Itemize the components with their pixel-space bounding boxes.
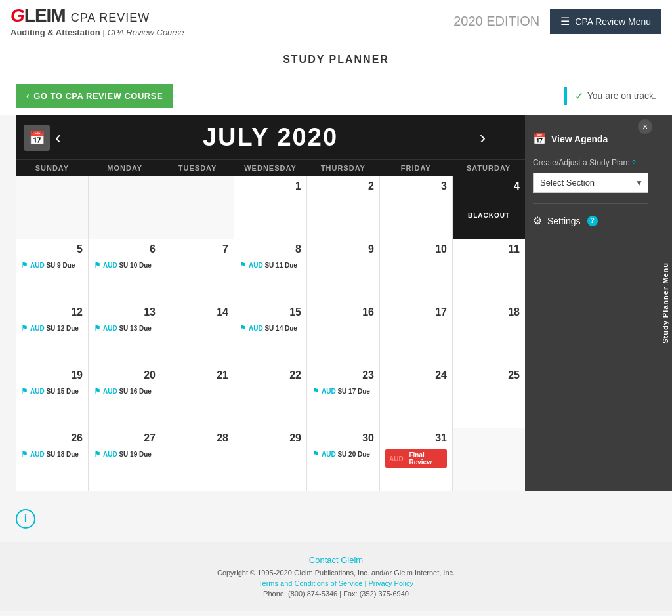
table-row[interactable]: 8⚑AUD SU 11 Due: [234, 239, 306, 302]
study-planner-tab[interactable]: Study Planner Menu: [656, 115, 672, 491]
next-month-button[interactable]: ›: [480, 127, 486, 148]
table-row[interactable]: 25: [453, 365, 525, 428]
aud-label: AUD: [30, 388, 45, 395]
check-icon: ✓: [575, 90, 583, 102]
list-item[interactable]: AUD Final Review: [385, 449, 447, 468]
list-item[interactable]: ⚑AUD SU 9 Due: [21, 260, 83, 270]
settings-help-icon[interactable]: ?: [587, 216, 598, 226]
table-row[interactable]: 9: [307, 239, 379, 302]
list-item[interactable]: ⚑AUD SU 16 Due: [94, 386, 156, 396]
select-section-dropdown[interactable]: Select Section: [533, 173, 648, 193]
date-number: 26: [21, 432, 83, 444]
course-subtitle: Auditing & Attestation | CPA Review Cour…: [10, 28, 184, 37]
calendar-image-icon: 📅: [24, 125, 50, 151]
aud-label: AUD: [30, 325, 45, 332]
date-number: 10: [385, 243, 447, 255]
task-label: AUD SU 13 Due: [103, 325, 152, 332]
list-item[interactable]: ⚑AUD SU 13 Due: [94, 323, 156, 333]
view-agenda-button[interactable]: 📅 View Agenda: [533, 133, 608, 145]
date-number: 11: [458, 243, 520, 255]
footer-phone: Phone: (800) 874-5346 | Fax: (352) 375-6…: [13, 590, 659, 598]
study-plan-label: Create/Adjust a Study Plan: ?: [533, 158, 648, 167]
actions-bar: ‹ GO TO CPA REVIEW COURSE ✓ You are on t…: [0, 76, 672, 115]
calendar-header: 📅 ‹ JULY 2020 ›: [16, 115, 525, 159]
table-row[interactable]: 22: [234, 365, 306, 428]
table-row[interactable]: [16, 176, 88, 239]
task-label: AUD SU 9 Due: [30, 262, 75, 269]
table-row[interactable]: 29: [234, 428, 306, 491]
date-number: 18: [458, 306, 520, 318]
date-number: 30: [312, 432, 374, 444]
table-row[interactable]: [89, 176, 161, 239]
table-row[interactable]: 5⚑AUD SU 9 Due: [16, 239, 88, 302]
list-item[interactable]: ⚑AUD SU 10 Due: [94, 260, 156, 270]
table-row[interactable]: 26⚑AUD SU 18 Due: [16, 428, 88, 491]
aud-label: AUD: [30, 451, 45, 458]
footer-contact[interactable]: Contact Gleim: [13, 555, 659, 565]
hamburger-icon: ☰: [560, 15, 570, 28]
prev-month-button[interactable]: ‹: [55, 127, 61, 148]
aud-label: AUD: [322, 451, 336, 458]
table-row[interactable]: 1: [234, 176, 306, 239]
list-item[interactable]: ⚑AUD SU 19 Due: [94, 449, 156, 459]
list-item[interactable]: ⚑AUD SU 11 Due: [240, 260, 301, 270]
table-row[interactable]: 2: [307, 176, 379, 239]
table-row[interactable]: 20⚑AUD SU 16 Due: [89, 365, 161, 428]
calendar-grid: 1234BLACKOUT5⚑AUD SU 9 Due6⚑AUD SU 10 Du…: [16, 176, 525, 491]
settings-label: Settings: [547, 216, 581, 226]
table-row[interactable]: 10: [380, 239, 452, 302]
table-row[interactable]: 12⚑AUD SU 12 Due: [16, 302, 88, 365]
list-item[interactable]: ⚑AUD SU 17 Due: [312, 386, 374, 396]
table-row[interactable]: 27⚑AUD SU 19 Due: [89, 428, 161, 491]
table-row[interactable]: 24: [380, 365, 452, 428]
list-item[interactable]: ⚑AUD SU 14 Due: [240, 323, 301, 333]
table-row[interactable]: 6⚑AUD SU 10 Due: [89, 239, 161, 302]
table-row[interactable]: 30⚑AUD SU 20 Due: [307, 428, 379, 491]
day-monday: MONDAY: [89, 159, 161, 176]
table-row[interactable]: 21: [161, 365, 234, 428]
date-number: 7: [167, 243, 228, 255]
on-track-status: ✓ You are on track.: [564, 87, 656, 105]
chevron-left-icon: ‹: [26, 91, 30, 101]
table-row[interactable]: 23⚑AUD SU 17 Due: [307, 365, 379, 428]
table-row[interactable]: 18: [453, 302, 525, 365]
footer-links: Terms and Conditions of Service | Privac…: [13, 579, 659, 587]
menu-button[interactable]: ☰ CPA Review Menu: [550, 9, 662, 34]
table-row[interactable]: 11: [453, 239, 525, 302]
info-icon[interactable]: i: [16, 509, 35, 529]
task-label: AUD SU 11 Due: [249, 262, 297, 269]
bookmark-icon: ⚑: [94, 386, 101, 396]
table-row[interactable]: 4BLACKOUT: [453, 176, 525, 239]
table-row[interactable]: 31AUD Final Review: [380, 428, 452, 491]
table-row[interactable]: 28: [161, 428, 234, 491]
task-label: AUD SU 10 Due: [103, 262, 152, 269]
privacy-link[interactable]: Privacy Policy: [368, 579, 413, 587]
list-item[interactable]: ⚑AUD SU 20 Due: [312, 449, 374, 459]
study-plan-help-icon[interactable]: ?: [632, 159, 636, 167]
calendar: 📅 ‹ JULY 2020 › SUNDAY MONDAY TUESDAY WE…: [16, 115, 525, 491]
settings-row[interactable]: ⚙ Settings ?: [533, 215, 648, 227]
go-btn-label: GO TO CPA REVIEW COURSE: [33, 91, 163, 101]
table-row[interactable]: 19⚑AUD SU 15 Due: [16, 365, 88, 428]
calendar-icon: 📅: [24, 125, 50, 151]
table-row[interactable]: 14: [161, 302, 234, 365]
date-number: 14: [167, 306, 228, 318]
table-row[interactable]: 13⚑AUD SU 13 Due: [89, 302, 161, 365]
table-row[interactable]: 15⚑AUD SU 14 Due: [234, 302, 306, 365]
list-item[interactable]: ⚑AUD SU 15 Due: [21, 386, 83, 396]
table-row[interactable]: 3: [380, 176, 452, 239]
list-item[interactable]: ⚑AUD SU 12 Due: [21, 323, 83, 333]
table-row[interactable]: 17: [380, 302, 452, 365]
close-side-panel-button[interactable]: ×: [638, 119, 652, 134]
terms-link[interactable]: Terms and Conditions of Service: [259, 579, 362, 587]
table-row[interactable]: 16: [307, 302, 379, 365]
date-number: 27: [94, 432, 156, 444]
list-item[interactable]: ⚑AUD SU 18 Due: [21, 449, 83, 459]
date-number: 8: [240, 243, 301, 255]
go-to-course-button[interactable]: ‹ GO TO CPA REVIEW COURSE: [16, 84, 173, 108]
table-row[interactable]: [161, 176, 234, 239]
table-row[interactable]: [453, 428, 525, 491]
table-row[interactable]: 7: [161, 239, 234, 302]
date-number: 1: [240, 180, 301, 192]
edition-label: 2020 EDITION: [453, 14, 539, 29]
